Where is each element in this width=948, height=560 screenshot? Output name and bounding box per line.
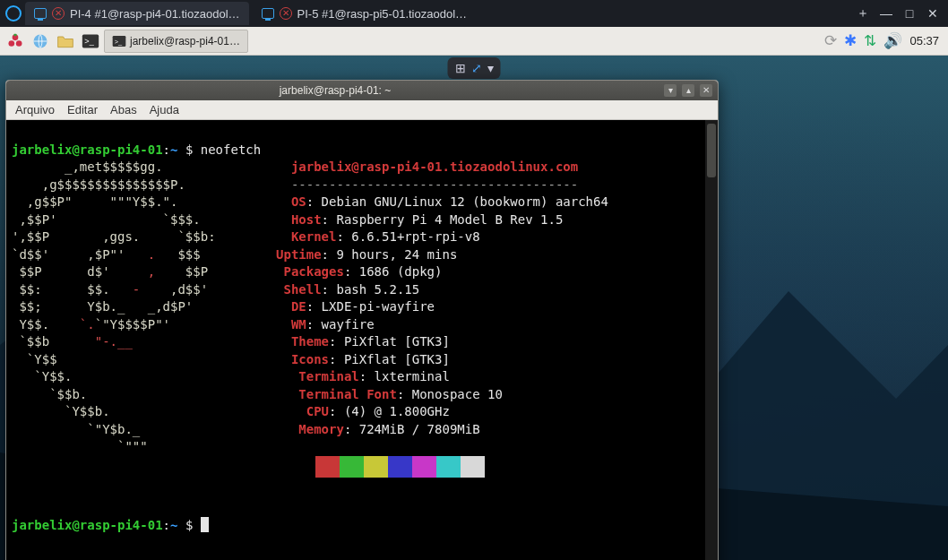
file-manager-icon[interactable] (54, 30, 77, 53)
menu-edit[interactable]: Editar (67, 103, 98, 116)
app-icon (5, 5, 22, 22)
monitor-icon (34, 8, 47, 19)
menu-button[interactable] (4, 30, 27, 53)
scrollbar[interactable] (705, 120, 718, 560)
close-button[interactable]: ✕ (700, 84, 712, 97)
menu-help[interactable]: Ajuda (150, 103, 179, 116)
terminal-launcher-icon[interactable]: >_ (79, 30, 102, 53)
task-label: jarbelix@rasp-pi4-01… (130, 35, 240, 47)
titlebar[interactable]: jarbelix@rasp-pi4-01: ~ ▾ ▴ ✕ (6, 81, 718, 100)
lxde-taskbar: >_ >_ jarbelix@rasp-pi4-01… ⟳ ✱ ⇅ 🔊 05:3… (0, 27, 948, 56)
terminal-window: jarbelix@rasp-pi4-01: ~ ▾ ▴ ✕ Arquivo Ed… (5, 80, 719, 560)
window-title: jarbelix@rasp-pi4-01: ~ (12, 84, 659, 97)
remote-tab-label: PI-5 #1@rasp-pi5-01.tiozaodol… (297, 7, 468, 21)
refresh-icon[interactable]: ⟳ (824, 31, 837, 50)
color-palette (291, 456, 485, 478)
new-tab-button[interactable]: ＋ (853, 4, 873, 23)
clock[interactable]: 05:37 (909, 34, 939, 47)
svg-point-2 (16, 40, 22, 47)
menu-tabs[interactable]: Abas (110, 103, 137, 116)
minimize-button[interactable]: — (876, 4, 896, 23)
network-icon[interactable]: ⇅ (864, 31, 876, 50)
remote-tab-pi5[interactable]: ✕ PI-5 #1@rasp-pi5-01.tiozaodol… (253, 2, 477, 25)
grid-icon[interactable]: ⊞ (455, 61, 466, 75)
scrollbar-thumb[interactable] (707, 124, 716, 177)
svg-text:>_: >_ (84, 37, 94, 46)
close-icon: ✕ (52, 7, 65, 20)
remote-tab-label: PI-4 #1@rasp-pi4-01.tiozaodol… (70, 7, 240, 21)
remote-tab-pi4[interactable]: ✕ PI-4 #1@rasp-pi4-01.tiozaodol… (25, 2, 249, 25)
fullscreen-icon[interactable]: ⤢ (471, 61, 482, 75)
maximize-button[interactable]: ▴ (682, 84, 694, 97)
menu-file[interactable]: Arquivo (15, 103, 55, 116)
cursor (201, 517, 209, 532)
close-icon: ✕ (280, 7, 292, 20)
maximize-button[interactable]: □ (900, 4, 919, 23)
chevron-down-icon[interactable]: ▾ (487, 61, 494, 75)
volume-icon[interactable]: 🔊 (883, 31, 902, 50)
web-browser-icon[interactable] (29, 30, 52, 53)
taskbar-task-terminal[interactable]: >_ jarbelix@rasp-pi4-01… (104, 30, 248, 53)
svg-text:>_: >_ (115, 37, 123, 45)
close-button[interactable]: ✕ (923, 4, 943, 23)
remote-tab-bar: ✕ PI-4 #1@rasp-pi4-01.tiozaodol… ✕ PI-5 … (0, 0, 948, 27)
terminal-screen[interactable]: jarbelix@rasp-pi4-01:~ $ neofetch _,met$… (6, 120, 718, 560)
remote-desktop: >_ >_ jarbelix@rasp-pi4-01… ⟳ ✱ ⇅ 🔊 05:3… (0, 27, 948, 560)
vnc-controls[interactable]: ⊞ ⤢ ▾ (448, 57, 501, 79)
monitor-icon (262, 8, 274, 19)
terminal-menubar: Arquivo Editar Abas Ajuda (6, 100, 718, 120)
minimize-button[interactable]: ▾ (664, 84, 677, 97)
svg-rect-3 (13, 33, 16, 36)
svg-point-1 (9, 40, 15, 47)
bluetooth-icon[interactable]: ✱ (844, 31, 857, 50)
